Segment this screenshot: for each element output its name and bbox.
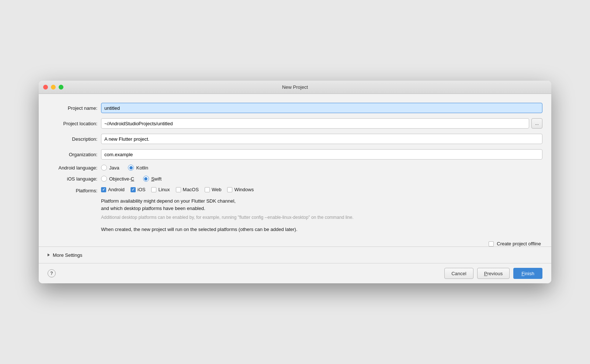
ios-swift-option[interactable]: Swift [143,176,162,182]
ios-objc-label: Objective-C [109,176,134,182]
android-java-radio[interactable] [101,165,107,171]
ios-language-label: iOS language: [48,176,101,182]
dialog-title: New Project [282,84,308,90]
android-kotlin-option[interactable]: Kotlin [128,165,148,171]
platforms-content: Android iOS Linux MacOS [101,187,354,232]
help-button[interactable]: ? [48,269,56,277]
project-name-row: Project name: [48,103,542,113]
ios-objc-radio[interactable] [101,176,107,182]
ios-swift-radio[interactable] [143,176,149,182]
maximize-button[interactable] [59,85,63,90]
macos-platform-label: MacOS [183,187,199,192]
offline-checkbox[interactable] [489,241,494,246]
description-row: Description: [48,134,542,144]
ios-language-row: iOS language: Objective-C Swift [48,176,542,182]
footer-right: Cancel Previous Finish [444,268,542,279]
linux-platform-option[interactable]: Linux [151,187,170,192]
android-checkbox[interactable] [101,187,106,192]
more-settings-label: More Settings [53,252,82,258]
expand-icon [48,253,50,256]
close-button[interactable] [43,85,48,90]
finish-button[interactable]: Finish [513,268,542,279]
browse-button[interactable]: ... [531,118,542,129]
platform-info-sub: Additional desktop platforms can be enab… [101,214,354,221]
project-name-input[interactable] [101,103,542,113]
web-platform-option[interactable]: Web [205,187,222,192]
dialog-content: Project name: Project location: ... Desc… [39,94,551,246]
organization-input[interactable] [101,149,542,160]
window-controls [43,85,63,90]
platforms-row: Platforms: Android iOS Linux [48,187,542,232]
more-settings-toggle[interactable]: More Settings [48,247,542,263]
ios-language-group: Objective-C Swift [101,176,162,182]
web-checkbox[interactable] [205,187,210,192]
platform-info-text: Platform availability might depend on yo… [101,197,354,212]
ios-checkbox[interactable] [131,187,136,192]
project-location-input[interactable] [101,118,529,129]
linux-platform-label: Linux [158,187,170,192]
windows-platform-option[interactable]: Windows [227,187,254,192]
organization-row: Organization: [48,149,542,160]
macos-platform-option[interactable]: MacOS [176,187,199,192]
platforms-label: Platforms: [48,187,101,193]
offline-label: Create project offline [497,241,541,246]
minimize-button[interactable] [51,85,56,90]
android-java-label: Java [109,165,119,171]
android-language-label: Android language: [48,165,101,171]
android-platform-label: Android [108,187,125,192]
offline-row: Create project offline [48,241,542,246]
project-location-label: Project location: [48,121,101,126]
project-location-field-group: ... [101,118,542,129]
android-kotlin-radio[interactable] [128,165,134,171]
previous-button[interactable]: Previous [477,268,510,279]
windows-checkbox[interactable] [227,187,232,192]
linux-checkbox[interactable] [151,187,156,192]
platforms-checkbox-group: Android iOS Linux MacOS [101,187,354,192]
android-java-option[interactable]: Java [101,165,119,171]
ios-objc-option[interactable]: Objective-C [101,176,134,182]
windows-platform-label: Windows [234,187,254,192]
dialog-footer: ? Cancel Previous Finish [39,263,551,283]
new-project-dialog: New Project Project name: Project locati… [39,81,551,283]
organization-label: Organization: [48,152,101,157]
macos-checkbox[interactable] [176,187,181,192]
android-kotlin-label: Kotlin [136,165,148,171]
project-name-label: Project name: [48,105,101,111]
ios-platform-label: iOS [138,187,146,192]
web-platform-label: Web [212,187,222,192]
description-input[interactable] [101,134,542,144]
android-language-group: Java Kotlin [101,165,148,171]
android-platform-option[interactable]: Android [101,187,125,192]
platform-run-text: When created, the new project will run o… [101,227,354,232]
ios-swift-label: Swift [151,176,162,182]
description-label: Description: [48,136,101,142]
more-settings-section: More Settings [39,246,551,263]
title-bar: New Project [39,81,551,94]
android-language-row: Android language: Java Kotlin [48,165,542,171]
ios-platform-option[interactable]: iOS [131,187,146,192]
project-location-row: Project location: ... [48,118,542,129]
footer-left: ? [48,269,56,277]
cancel-button[interactable]: Cancel [444,268,473,279]
